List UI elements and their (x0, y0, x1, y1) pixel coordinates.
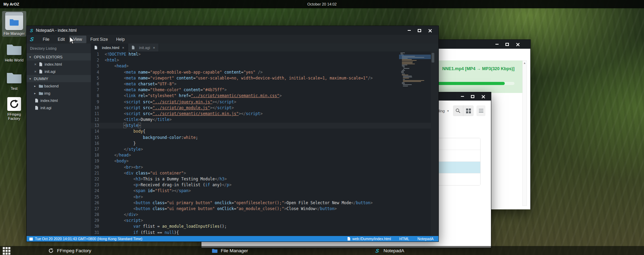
list-view-icon (479, 108, 483, 114)
folder-icon (39, 92, 44, 95)
file-manager-icon (5, 12, 23, 30)
minimap-line (403, 84, 412, 85)
code-line: 21 <div class="ui container"> (91, 170, 438, 176)
minimize-button[interactable] (458, 94, 466, 99)
minimap-line (403, 78, 409, 78)
code-line: 1<!DOCTYPE html> (91, 51, 438, 57)
menu-help[interactable]: Help (112, 36, 129, 43)
desktop-icon-test[interactable]: Test (2, 70, 26, 92)
minimize-button[interactable] (493, 41, 501, 47)
scrollbar-thumb[interactable] (432, 53, 434, 63)
search-button[interactable] (453, 105, 463, 116)
code-line: 27 <button class="ui negative button" on… (91, 206, 438, 212)
editor-menubar: S FileEditViewFont SizeHelp (27, 35, 438, 44)
tree-file-init-agi[interactable]: init.agi (27, 104, 91, 111)
code-line: 6 <meta charset="UTF-8"> (91, 81, 438, 87)
status-datetime: Tue Oct 20 2020 14:01:43 GMT+0800 (Hong … (35, 237, 142, 241)
list-view-button[interactable] (476, 105, 485, 116)
file-icon (35, 98, 40, 103)
minimap-line (402, 75, 408, 75)
taskbar-item-notepada[interactable]: SNotepadA (374, 247, 404, 254)
minimap-line (403, 76, 412, 76)
minimap-line (403, 67, 405, 67)
close-file-icon[interactable]: × (34, 69, 39, 74)
menu-file[interactable]: File (39, 36, 54, 43)
tree-folder-img[interactable]: ▸img (27, 89, 91, 97)
minimap-line (401, 72, 404, 73)
line-number: 16 (91, 141, 105, 147)
line-number: 19 (91, 158, 105, 164)
minimap-line (403, 69, 405, 70)
line-number: 21 (91, 170, 105, 176)
taskbar-item-file-manager[interactable]: File Manager (211, 247, 248, 254)
tab-init-agi[interactable]: init.agi× (128, 44, 159, 51)
code-line: 3 <head> (91, 63, 438, 69)
minimap[interactable] (400, 53, 430, 87)
tree-section-dummy[interactable]: ▾DUMMY (27, 75, 91, 82)
tree-file-index-html[interactable]: index.html (27, 97, 91, 104)
taskbar-item-label: FFmpeg Factory (57, 248, 91, 253)
minimap-line (403, 86, 408, 86)
editor-scrollbar[interactable] (431, 51, 438, 236)
grid-view-button[interactable] (463, 105, 474, 116)
line-number: 25 (91, 194, 105, 200)
chevron-down-icon: ▾ (29, 55, 34, 59)
tab-label: index.html (102, 46, 119, 50)
line-number: 1 (91, 51, 105, 57)
minimap-line (402, 60, 416, 61)
app-launcher-button[interactable] (3, 247, 10, 255)
close-tab-icon[interactable]: × (122, 46, 124, 50)
menu-edit[interactable]: Edit (54, 36, 69, 43)
minimap-line (404, 68, 409, 69)
minimap-line (402, 83, 405, 84)
close-tab-icon[interactable]: × (153, 46, 155, 50)
close-button[interactable] (514, 41, 521, 47)
minimap-line (400, 53, 405, 53)
editor-titlebar[interactable]: S NotepadA - index.html (27, 26, 438, 35)
taskbar-item-ffmpeg-factory[interactable]: FFmpeg Factory (48, 247, 91, 254)
code-line: 17 </style> (91, 147, 438, 152)
tree-open-file-index-html[interactable]: ×index.html (27, 60, 91, 68)
line-number: 4 (91, 69, 105, 75)
tree-open-file-init-agi[interactable]: ×init.agi (27, 68, 91, 75)
menu-font-size[interactable]: Font Size (86, 36, 112, 43)
editor-window-title: NotepadA - index.html (36, 28, 77, 33)
maximize-button[interactable] (416, 28, 423, 33)
tree-section-open-editors[interactable]: ▾OPEN EDITORS (27, 53, 91, 60)
desktop-icon-hello-world[interactable]: Hello World (2, 42, 26, 63)
desktop-icon-file-manager[interactable]: File Manager (2, 11, 26, 37)
scrollbar[interactable]: ▲ (522, 60, 527, 206)
code-line: 26 <button class="ui primary button" onc… (91, 200, 438, 206)
code-line: 18 </head> (91, 152, 438, 158)
close-button[interactable] (479, 94, 487, 99)
search-icon (455, 108, 461, 113)
code-line: 24 <span id="flist"></span> (91, 188, 438, 194)
close-file-icon[interactable]: × (34, 62, 39, 66)
line-number: 12 (91, 117, 105, 123)
minimap-line (403, 81, 421, 82)
line-number: 11 (91, 111, 105, 117)
folder-icon (39, 84, 44, 88)
calendar-icon (29, 237, 33, 240)
close-button[interactable] (426, 28, 434, 33)
tab-label: init.agi (139, 46, 150, 50)
line-number: 3 (91, 63, 105, 69)
code-editor[interactable]: 1<!DOCTYPE html>2<html>3 <head>4 <meta n… (91, 51, 438, 236)
maximize-button[interactable] (469, 94, 476, 99)
minimize-button[interactable] (405, 28, 413, 33)
minimap-line (402, 66, 405, 66)
tree-folder-backend[interactable]: ▸backend (27, 82, 91, 89)
desktop-icon-ffmpeg-factory[interactable]: FFmpeg Factory (2, 96, 26, 122)
code-line: 22 <h3>This is a Dummy Testing Module</h… (91, 176, 438, 182)
minimap-line (402, 70, 405, 71)
maximize-button[interactable] (503, 41, 511, 47)
document-icon (348, 237, 350, 240)
code-line: 11 <script src="../script/semantic/seman… (91, 111, 438, 117)
line-number: 8 (91, 93, 105, 99)
minimap-line (402, 74, 405, 74)
tree-item-label: backend (44, 84, 59, 88)
line-number: 18 (91, 152, 105, 158)
line-number: 5 (91, 75, 105, 81)
tab-index-html[interactable]: index.html× (91, 44, 128, 51)
status-app-name: NotepadA (417, 237, 434, 241)
